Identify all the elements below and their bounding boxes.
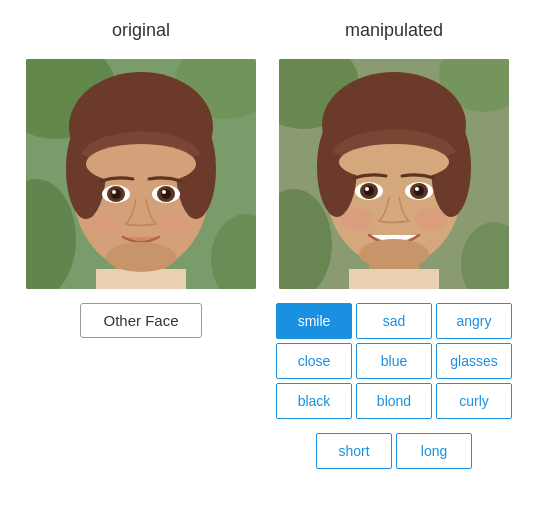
svg-point-44 xyxy=(341,208,373,230)
svg-point-12 xyxy=(86,144,196,184)
svg-point-35 xyxy=(339,144,449,180)
svg-point-23 xyxy=(106,242,176,272)
svg-point-39 xyxy=(365,187,369,191)
svg-rect-30 xyxy=(349,269,439,289)
svg-point-45 xyxy=(415,208,447,230)
svg-point-19 xyxy=(161,189,171,199)
attr-long-button[interactable]: long xyxy=(396,433,472,469)
attr-smile-button[interactable]: smile xyxy=(276,303,352,339)
attr-blond-button[interactable]: blond xyxy=(356,383,432,419)
main-layout: original xyxy=(10,20,528,469)
manipulated-title: manipulated xyxy=(345,20,443,41)
svg-point-43 xyxy=(415,187,419,191)
svg-point-42 xyxy=(414,186,424,196)
bottom-attributes-row: short long xyxy=(316,433,472,469)
svg-point-16 xyxy=(112,190,116,194)
original-panel: original xyxy=(26,20,256,338)
svg-point-38 xyxy=(364,186,374,196)
svg-point-22 xyxy=(161,214,191,234)
attr-black-button[interactable]: black xyxy=(276,383,352,419)
attr-blue-button[interactable]: blue xyxy=(356,343,432,379)
svg-point-20 xyxy=(162,190,166,194)
original-face-image xyxy=(26,59,256,289)
attr-glasses-button[interactable]: glasses xyxy=(436,343,512,379)
manipulated-panel: manipulated xyxy=(276,20,512,469)
svg-point-21 xyxy=(91,214,121,234)
other-face-button[interactable]: Other Face xyxy=(80,303,201,338)
attr-angry-button[interactable]: angry xyxy=(436,303,512,339)
attr-short-button[interactable]: short xyxy=(316,433,392,469)
attributes-grid: smile sad angry close blue glasses black… xyxy=(276,303,512,419)
attr-close-button[interactable]: close xyxy=(276,343,352,379)
original-title: original xyxy=(112,20,170,41)
manipulated-face-image xyxy=(279,59,509,289)
svg-point-15 xyxy=(111,189,121,199)
attr-curly-button[interactable]: curly xyxy=(436,383,512,419)
attr-sad-button[interactable]: sad xyxy=(356,303,432,339)
svg-point-46 xyxy=(359,239,429,269)
